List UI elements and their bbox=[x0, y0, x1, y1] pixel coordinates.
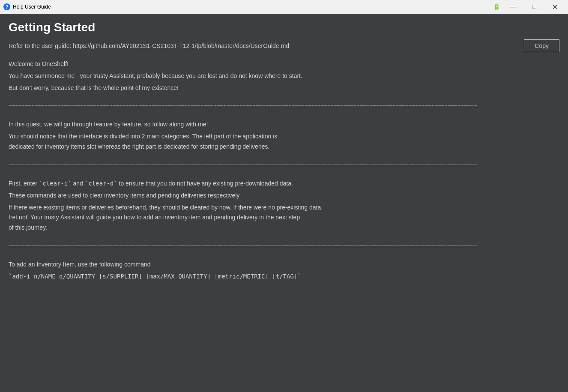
clear-line-2: These commands are used to clear invento… bbox=[9, 191, 559, 201]
clear-section: First, enter `clear-i` and `clear-d` to … bbox=[9, 179, 559, 233]
window-title: Help User Guide bbox=[13, 4, 51, 10]
overview-section: In this quest, we will go through featur… bbox=[9, 120, 559, 152]
clear-line-3: If there were existing items or deliveri… bbox=[9, 203, 559, 233]
add-inventory-command: `add-i n/NAME q/QUANTITY [s/SUPPLIER] [m… bbox=[9, 272, 559, 282]
content-area: Getting Started Refer to the user guide:… bbox=[0, 14, 568, 392]
clear-line-1: First, enter `clear-i` and `clear-d` to … bbox=[9, 179, 559, 189]
divider-1: ========================================… bbox=[9, 102, 559, 111]
divider-3: ========================================… bbox=[9, 242, 559, 251]
url-link: https://github.com/AY2021S1-CS2103T-T12-… bbox=[73, 42, 289, 49]
intro-line-2: You have summoned me - your trusty Assis… bbox=[9, 71, 559, 81]
minimize-button[interactable]: — bbox=[504, 0, 523, 14]
intro-line-1: Welcome to OneShelf! bbox=[9, 59, 559, 69]
maximize-button[interactable]: □ bbox=[524, 0, 544, 14]
app-icon: ? bbox=[3, 3, 10, 10]
page-title: Getting Started bbox=[9, 21, 559, 34]
add-inventory-line-1: To add an Inventory Item, use the follow… bbox=[9, 260, 559, 270]
close-button[interactable]: ✕ bbox=[545, 0, 565, 14]
intro-line-3: But don't worry, because that is the who… bbox=[9, 83, 559, 93]
copy-button[interactable]: Copy bbox=[524, 39, 559, 52]
overview-line-1: In this quest, we will go through featur… bbox=[9, 120, 559, 130]
battery-icon: 🔋 bbox=[493, 3, 500, 10]
url-prefix: Refer to the user guide: bbox=[9, 42, 73, 49]
divider-2: ========================================… bbox=[9, 161, 559, 170]
url-row: Refer to the user guide: https://github.… bbox=[9, 39, 559, 52]
add-inventory-section: To add an Inventory Item, use the follow… bbox=[9, 260, 559, 282]
url-text: Refer to the user guide: https://github.… bbox=[9, 42, 519, 49]
intro-section: Welcome to OneShelf! You have summoned m… bbox=[9, 59, 559, 93]
overview-line-2: You should notice that the interface is … bbox=[9, 132, 559, 152]
main-content: Welcome to OneShelf! You have summoned m… bbox=[9, 59, 559, 282]
title-bar: ? Help User Guide 🔋 — □ ✕ bbox=[0, 0, 568, 14]
